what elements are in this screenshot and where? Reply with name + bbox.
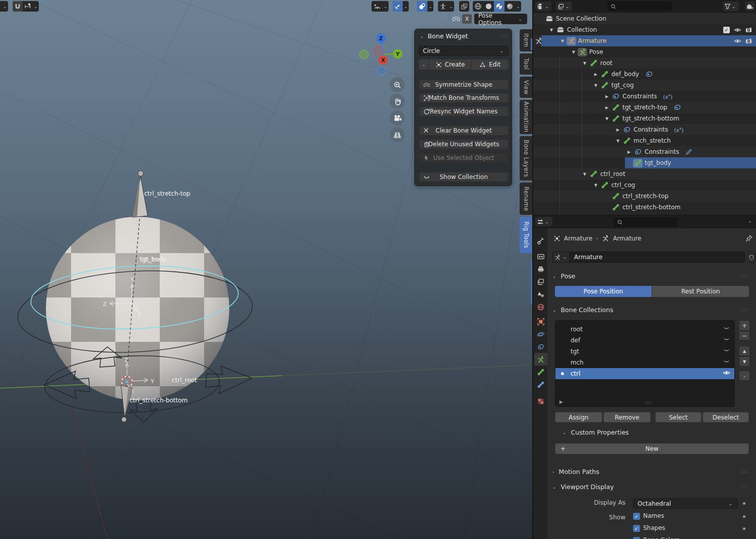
snap-group[interactable]: ⌄ xyxy=(13,1,39,12)
magnet-icon[interactable] xyxy=(13,1,23,12)
gizmo-y-ball[interactable]: Y xyxy=(393,49,403,59)
show-shapes-checkbox[interactable]: ✓ xyxy=(633,525,640,532)
mode-dropdown[interactable]: ⌄ xyxy=(0,1,8,12)
outliner-row-armature[interactable]: ▼Armature xyxy=(533,35,756,46)
properties-tab-object-constraints[interactable] xyxy=(534,340,547,353)
snap-mode-icon[interactable] xyxy=(23,1,33,12)
outliner-row-tgt_body[interactable]: tgt_body xyxy=(533,157,756,168)
gizmo-z-ball[interactable]: Z xyxy=(376,34,386,43)
properties-tab-render[interactable] xyxy=(534,250,547,263)
display-as-dropdown[interactable]: Octahedral ⌄ xyxy=(633,498,738,509)
outliner-item-label[interactable]: Armature xyxy=(578,37,606,44)
rest-position-button[interactable]: Rest Position xyxy=(652,286,749,297)
mirror-x-button[interactable]: X xyxy=(462,14,472,24)
properties-options-chevron[interactable]: ⌄ xyxy=(747,218,753,223)
outliner-row-collection[interactable]: ▼Collection✓ xyxy=(533,24,756,35)
fake-user-shield-button[interactable] xyxy=(747,252,756,263)
properties-search-input[interactable] xyxy=(614,217,678,227)
outliner-item-label[interactable]: tgt_stretch-bottom xyxy=(622,115,679,122)
navigation-gizmo[interactable]: Z Y X xyxy=(355,30,406,81)
outliner-item-label[interactable]: tgt_cog xyxy=(611,82,634,89)
remove-button[interactable]: Remove xyxy=(603,412,651,423)
sidebar-tab-rename[interactable]: Rename xyxy=(520,183,532,215)
outliner-row-ctrl_stretch-top[interactable]: ctrl_stretch-top xyxy=(533,191,756,202)
properties-tab-world[interactable] xyxy=(534,301,547,313)
move-down-button[interactable]: ▼ xyxy=(739,356,750,367)
outliner-item-label[interactable]: ctrl_root xyxy=(600,170,625,177)
animate-property-dot[interactable] xyxy=(743,515,745,518)
outliner-row-def_body[interactable]: ▶def_body xyxy=(533,69,756,80)
properties-tab-scene[interactable] xyxy=(534,288,547,301)
bone-collections-section-header[interactable]: ⌄ Bone Collections ∷∷ xyxy=(551,306,753,314)
gizmo-minus-z-ball[interactable] xyxy=(377,67,386,75)
chevron-down-icon[interactable]: ⌄ xyxy=(515,4,521,9)
new-property-button[interactable]: + New xyxy=(555,443,749,454)
properties-tab-output[interactable] xyxy=(534,263,547,275)
camera-toggle-icon[interactable] xyxy=(744,37,753,45)
display-mode-dropdown[interactable]: ⌄ xyxy=(556,2,572,11)
new-collection-button[interactable] xyxy=(745,2,755,11)
outliner-item-label[interactable]: mch_stretch xyxy=(634,137,671,144)
list-resize-grip[interactable]: ∷∷ xyxy=(645,400,652,405)
sidebar-tab-bone-layers[interactable]: Bone Layers xyxy=(520,136,532,181)
properties-tab-bone[interactable] xyxy=(534,366,547,378)
create-options-chevron[interactable]: ⌄ xyxy=(419,59,429,70)
bone-collection-row-tgt[interactable]: tgt xyxy=(555,346,734,357)
sidebar-tab-tool[interactable]: Tool xyxy=(520,53,532,75)
animate-property-dot[interactable] xyxy=(743,502,745,505)
expander-closed-icon[interactable]: ▶ xyxy=(603,94,611,99)
move-up-button[interactable]: ▲ xyxy=(739,346,750,356)
outliner-item-label[interactable]: root xyxy=(600,59,612,67)
camera-toggle-icon[interactable] xyxy=(744,26,753,34)
gizmo-minus-x-ball[interactable] xyxy=(374,46,382,54)
camera-view-button[interactable] xyxy=(390,110,405,126)
outliner-row-pose[interactable]: ▼Pose xyxy=(533,46,756,57)
remove-collection-button[interactable]: − xyxy=(739,331,750,340)
list-expand-arrow[interactable]: ▶ xyxy=(559,399,563,404)
expander-closed-icon[interactable]: ▶ xyxy=(592,72,600,77)
outliner-item-label[interactable]: Pose xyxy=(589,48,603,55)
outliner-row-ctrl_root[interactable]: ▼ctrl_root xyxy=(533,168,756,179)
expander-open-icon[interactable]: ▼ xyxy=(581,61,589,66)
outliner-item-label[interactable]: Scene Collection xyxy=(556,15,606,22)
breadcrumb-data[interactable]: Armature xyxy=(613,235,641,242)
expander-open-icon[interactable]: ▼ xyxy=(570,50,578,54)
drag-grip-icon[interactable]: ∷∷ xyxy=(500,33,508,39)
pan-hand-button[interactable] xyxy=(390,94,405,109)
sidebar-tab-animation[interactable]: Animation xyxy=(520,100,532,134)
chevron-down-icon[interactable]: ⌄ xyxy=(33,4,39,9)
gizmo-arrow-icon[interactable] xyxy=(393,1,403,12)
bone-collection-row-def[interactable]: def xyxy=(555,335,734,346)
animate-property-dot[interactable] xyxy=(743,527,745,530)
expander-open-icon[interactable]: ▼ xyxy=(547,28,555,32)
armature-name-field[interactable]: ⌄ Armature xyxy=(552,252,745,263)
chevron-down-icon[interactable]: ⌄ xyxy=(427,4,433,9)
assign-button[interactable]: Assign xyxy=(555,412,602,423)
outliner-editor-type-dropdown[interactable]: ⌄ xyxy=(535,2,551,11)
collapse-chevron-icon[interactable]: ⌄ xyxy=(419,34,425,39)
object-visibility-dropdown[interactable]: ⌄ xyxy=(371,1,389,12)
match-bone-transforms-button[interactable]: Match Bone Transforms xyxy=(419,93,509,103)
properties-tab-object[interactable] xyxy=(534,315,547,328)
outliner-item-label[interactable]: tgt_body xyxy=(645,159,671,166)
bone-collection-row-root[interactable]: root xyxy=(555,324,734,335)
bone-collection-name[interactable]: mch xyxy=(571,359,584,366)
breadcrumb-object[interactable]: Armature xyxy=(564,235,592,242)
properties-tab-bone-constraints[interactable] xyxy=(534,378,547,391)
gizmo-minus-y-ball[interactable] xyxy=(359,50,368,59)
properties-editor-type-dropdown[interactable]: ⌄ xyxy=(535,217,552,226)
delete-unused-widgets-button[interactable]: Delete Unused Widgets xyxy=(419,139,509,149)
widget-shape-select[interactable]: Circle ⌄ xyxy=(419,46,509,56)
bone-collection-name[interactable]: ctrl xyxy=(571,370,581,377)
outliner-item-label[interactable]: ctrl_stretch-top xyxy=(622,193,668,200)
outliner-search-input[interactable] xyxy=(607,2,672,11)
bone-collection-name[interactable]: def xyxy=(571,337,580,344)
shading-mode-group[interactable]: ⌄ xyxy=(473,1,521,12)
collection-specials-menu[interactable]: ⌄ xyxy=(739,371,750,381)
motion-paths-section-header[interactable]: › Motion Paths ∷∷ xyxy=(551,468,753,475)
pose-options-dropdown[interactable]: Pose Options ⌄ xyxy=(474,14,527,24)
custom-properties-section-header[interactable]: ⌄ Custom Properties xyxy=(561,429,753,436)
expander-closed-icon[interactable]: ▶ xyxy=(603,105,611,110)
clear-bone-widget-button[interactable]: Clear Bone Widget xyxy=(419,126,509,136)
chevron-down-icon[interactable]: ⌄ xyxy=(403,4,409,9)
